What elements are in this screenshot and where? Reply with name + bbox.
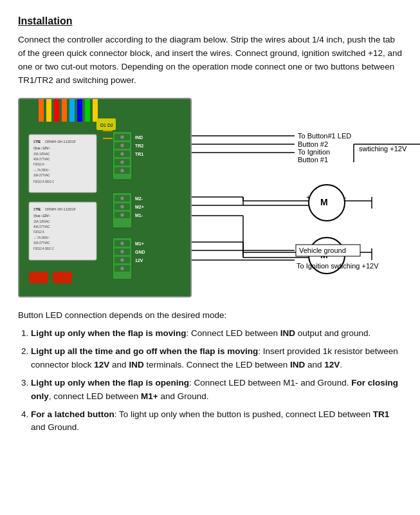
svg-text:Ⓟus   □12V~: Ⓟus □12V~ bbox=[33, 214, 51, 218]
svg-rect-8 bbox=[93, 99, 98, 122]
pcb-image: D1 D2 ≡TE ORWH-SH-112D1F Ⓟus □12V~ 15A 1… bbox=[18, 98, 192, 297]
svg-point-39 bbox=[120, 152, 124, 156]
svg-rect-2 bbox=[46, 99, 51, 122]
svg-text:↓↓ 7A 250V~: ↓↓ 7A 250V~ bbox=[33, 169, 50, 172]
svg-text:40A 277VAC: 40A 277VAC bbox=[33, 225, 50, 229]
ind-label-2: IND bbox=[129, 360, 143, 370]
svg-text:D1  D2: D1 D2 bbox=[100, 123, 113, 127]
svg-text:TR1: TR1 bbox=[135, 152, 143, 156]
svg-text:GND: GND bbox=[135, 250, 145, 254]
svg-rect-67 bbox=[29, 272, 48, 283]
svg-text:F2012  A: F2012 A bbox=[33, 230, 44, 234]
svg-text:To Button#1 LED: To Button#1 LED bbox=[298, 132, 351, 140]
svg-text:M2+: M2+ bbox=[135, 205, 144, 209]
svg-text:15A 125VAC: 15A 125VAC bbox=[33, 153, 50, 156]
svg-text:Button #1: Button #1 bbox=[298, 156, 328, 164]
svg-text:swtiching +12V: swtiching +12V bbox=[359, 145, 407, 153]
list-item-4: For a latched button: To light up only w… bbox=[31, 408, 402, 435]
svg-text:-: - bbox=[344, 193, 347, 201]
list-item-1: Light up only when the flap is moving: C… bbox=[31, 327, 402, 341]
list-item-4-bold: For a latched button bbox=[31, 409, 114, 419]
svg-point-61 bbox=[120, 250, 124, 254]
svg-text:ORWH-SH-112D1F: ORWH-SH-112D1F bbox=[45, 207, 77, 211]
svg-text:≡TE: ≡TE bbox=[33, 140, 41, 144]
svg-text:10A 277VAC: 10A 277VAC bbox=[33, 174, 50, 177]
section-title: Installation bbox=[18, 15, 402, 27]
svg-text:To Ignition: To Ignition bbox=[298, 148, 330, 156]
svg-point-49 bbox=[120, 196, 124, 200]
svg-text:15A 125VAC: 15A 125VAC bbox=[33, 220, 50, 223]
svg-text:40A 277VAC: 40A 277VAC bbox=[33, 158, 50, 161]
svg-rect-1 bbox=[39, 99, 44, 122]
instructions-list: Light up only when the flap is moving: C… bbox=[18, 327, 402, 435]
list-section: Button LED connection depends on the des… bbox=[18, 309, 402, 435]
svg-rect-5 bbox=[69, 99, 75, 122]
svg-point-41 bbox=[120, 169, 124, 173]
svg-text:Vehicle ground: Vehicle ground bbox=[299, 247, 346, 254]
list-item-2: Light up all the time and go off when th… bbox=[31, 345, 402, 372]
svg-rect-7 bbox=[85, 99, 90, 122]
svg-text:Button #2: Button #2 bbox=[298, 140, 328, 148]
svg-text:M1-: M1- bbox=[135, 213, 143, 218]
12v-label: 12V bbox=[94, 360, 109, 370]
svg-rect-70 bbox=[103, 138, 113, 139]
ind-label-3: IND bbox=[290, 360, 305, 370]
svg-rect-4 bbox=[62, 99, 67, 122]
svg-text:F2012  A: F2012 A bbox=[33, 163, 44, 166]
svg-text:To Ignition swtiching +12V: To Ignition swtiching +12V bbox=[297, 262, 379, 270]
svg-text:12V: 12V bbox=[135, 258, 143, 263]
svg-text:10A 277VAC: 10A 277VAC bbox=[33, 241, 50, 245]
svg-text:ORWH-SH-112D1F: ORWH-SH-112D1F bbox=[45, 140, 77, 144]
tr1-label: TR1 bbox=[373, 409, 390, 419]
svg-point-62 bbox=[120, 258, 124, 262]
svg-text:+: + bbox=[306, 193, 310, 201]
svg-text:F2012  A   OEG  C: F2012 A OEG C bbox=[33, 180, 55, 183]
svg-point-38 bbox=[120, 144, 124, 147]
svg-point-60 bbox=[120, 241, 124, 245]
list-item-3-bold: Light up only when the flap is opening bbox=[31, 378, 189, 388]
svg-point-40 bbox=[120, 160, 124, 164]
12v-label-2: 12V bbox=[324, 360, 340, 370]
m1plus-label: M1+ bbox=[141, 391, 158, 401]
svg-rect-3 bbox=[54, 99, 59, 122]
svg-text:M1+: M1+ bbox=[135, 241, 144, 246]
svg-text:Ⓟus   □12V~: Ⓟus □12V~ bbox=[33, 146, 51, 150]
list-header: Button LED connection depends on the des… bbox=[18, 309, 402, 322]
svg-rect-69 bbox=[103, 130, 113, 131]
list-item-2-bold: Light up all the time and go off when th… bbox=[31, 346, 258, 356]
svg-text:M2-: M2- bbox=[135, 196, 143, 201]
ind-label-1: IND bbox=[280, 328, 295, 338]
svg-point-63 bbox=[120, 267, 124, 270]
wiring-diagram: To Button#1 LED Button #2 To Ignition Bu… bbox=[192, 98, 420, 297]
list-item-1-bold: Light up only when the flap is moving bbox=[31, 328, 187, 338]
svg-point-50 bbox=[120, 205, 124, 209]
svg-text:TR2: TR2 bbox=[135, 144, 143, 148]
svg-text:F2012  A   OEG  C: F2012 A OEG C bbox=[33, 247, 55, 250]
svg-text:≡TE: ≡TE bbox=[33, 207, 41, 211]
list-item-3: Light up only when the flap is opening: … bbox=[31, 377, 402, 404]
intro-paragraph: Connect the controller according to the … bbox=[18, 33, 402, 88]
svg-rect-6 bbox=[77, 99, 82, 122]
svg-point-37 bbox=[120, 135, 124, 139]
svg-text:M: M bbox=[320, 197, 328, 207]
svg-text:↓↓ 7A 250V~: ↓↓ 7A 250V~ bbox=[33, 236, 50, 239]
svg-point-51 bbox=[120, 213, 124, 217]
diagram-area: D1 D2 ≡TE ORWH-SH-112D1F Ⓟus □12V~ 15A 1… bbox=[18, 98, 402, 297]
svg-text:IND: IND bbox=[135, 135, 143, 140]
svg-rect-68 bbox=[53, 272, 72, 283]
